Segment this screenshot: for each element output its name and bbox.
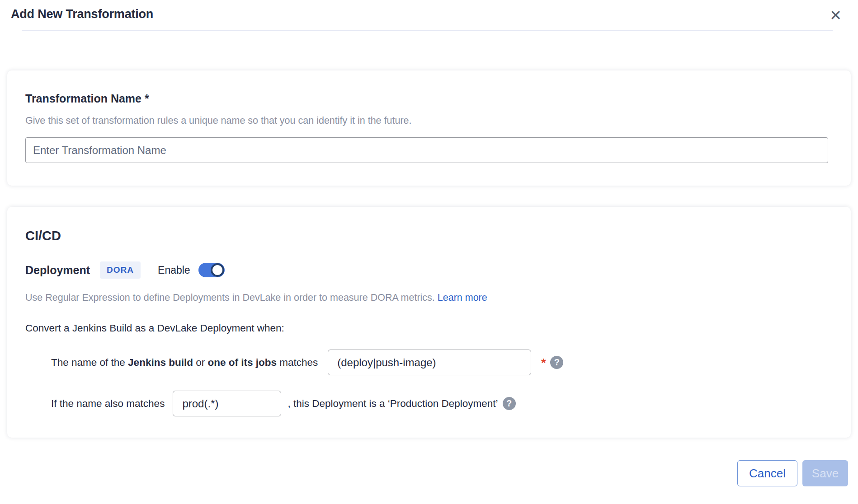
transformation-name-input[interactable]: [25, 137, 828, 163]
cancel-button[interactable]: Cancel: [737, 460, 797, 486]
jenkins-build-rule-row: The name of the Jenkins build or one of …: [51, 350, 828, 375]
transformation-name-heading: Transformation Name *: [25, 92, 828, 105]
deployment-regex-input[interactable]: [328, 350, 531, 375]
production-regex-input[interactable]: [173, 391, 281, 416]
cicd-heading: CI/CD: [25, 229, 828, 243]
production-rule-prefix: If the name also matches: [51, 398, 165, 410]
dora-badge: DORA: [100, 261, 141, 279]
modal-title: Add New Transformation: [11, 7, 847, 21]
regex-description-text: Use Regular Expression to define Deploym…: [25, 292, 435, 303]
close-icon[interactable]: ✕: [830, 8, 842, 23]
production-rule-row: If the name also matches , this Deployme…: [51, 391, 828, 416]
regex-description: Use Regular Expression to define Deploym…: [25, 292, 828, 303]
modal-footer: Cancel Save: [0, 460, 848, 486]
header-divider: [22, 30, 833, 31]
required-asterisk: *: [541, 358, 546, 367]
help-icon[interactable]: ?: [550, 356, 563, 369]
learn-more-link[interactable]: Learn more: [438, 292, 487, 303]
toggle-knob-icon: [211, 263, 224, 277]
production-rule-suffix: , this Deployment is a ‘Production Deplo…: [288, 398, 498, 410]
save-button[interactable]: Save: [802, 460, 848, 486]
convert-when-line: Convert a Jenkins Build as a DevLake Dep…: [25, 322, 828, 334]
deployment-enable-toggle[interactable]: [198, 263, 225, 277]
deployment-label: Deployment: [25, 264, 90, 277]
transformation-name-description: Give this set of transformation rules a …: [25, 115, 828, 126]
jenkins-rule-text: The name of the Jenkins build or one of …: [51, 357, 318, 369]
cicd-card: CI/CD Deployment DORA Enable Use Regular…: [7, 207, 851, 438]
modal-header: Add New Transformation ✕: [0, 0, 858, 31]
deployment-row: Deployment DORA Enable: [25, 261, 828, 279]
transformation-name-card: Transformation Name * Give this set of t…: [7, 70, 851, 186]
help-icon[interactable]: ?: [503, 397, 516, 410]
enable-label: Enable: [158, 264, 190, 276]
